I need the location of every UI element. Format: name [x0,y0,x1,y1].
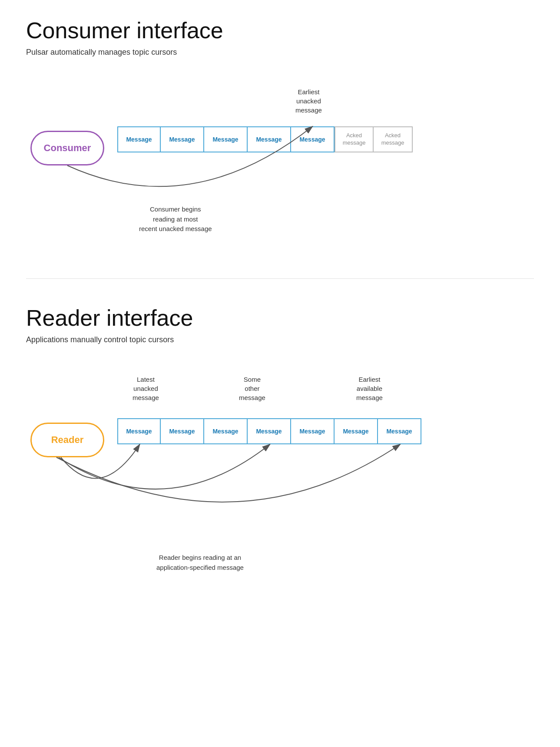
reader-message-cell-2: Message [161,418,204,444]
consumer-begins-label: Consumer beginsreading at mostrecent una… [139,205,212,234]
reader-message-cell-5: Message [291,418,335,444]
section-divider [26,278,534,279]
reader-title: Reader interface [26,305,534,331]
consumer-title: Consumer interface [26,17,534,43]
consumer-box: Consumer [30,131,104,165]
consumer-section: Consumer interface Pulsar automatically … [26,17,534,244]
message-cell-4: Message [248,126,291,152]
reader-messages-row: Message Message Message Message Message … [117,418,421,444]
reader-box: Reader [30,423,104,457]
message-cell-1: Message [117,126,161,152]
earliest-unacked-label: Earliestunackedmessage [295,87,322,115]
reader-message-cell-3: Message [204,418,248,444]
consumer-messages-row: Message Message Message Message Message [117,126,335,152]
some-other-message-label: Someothermessage [239,375,265,402]
acked-cell-2: Ackedmessage [374,126,413,152]
reader-message-cell-1: Message [117,418,161,444]
reader-diagram: Latestunackedmessage Someothermessage Ea… [26,366,534,592]
latest-unacked-label: Latestunackedmessage [133,375,159,402]
acked-cell-1: Ackedmessage [335,126,374,152]
reader-section: Reader interface Applications manually c… [26,305,534,592]
reader-begins-label: Reader begins reading at anapplication-s… [156,553,244,572]
message-cell-3: Message [204,126,248,152]
earliest-available-label: Earliestavailablemessage [356,375,383,402]
consumer-arrows [26,79,534,244]
reader-arrows [26,366,534,592]
consumer-acked-row: Ackedmessage Ackedmessage [335,126,413,152]
consumer-label: Consumer [44,142,91,154]
reader-message-cell-4: Message [248,418,291,444]
reader-message-cell-6: Message [335,418,378,444]
consumer-subtitle: Pulsar automatically manages topic curso… [26,48,534,57]
message-cell-5: Message [291,126,335,152]
consumer-diagram: Earliestunackedmessage Consumer Message … [26,79,534,244]
reader-subtitle: Applications manually control topic curs… [26,335,534,344]
message-cell-2: Message [161,126,204,152]
reader-label: Reader [51,434,84,446]
reader-message-cell-7: Message [378,418,421,444]
